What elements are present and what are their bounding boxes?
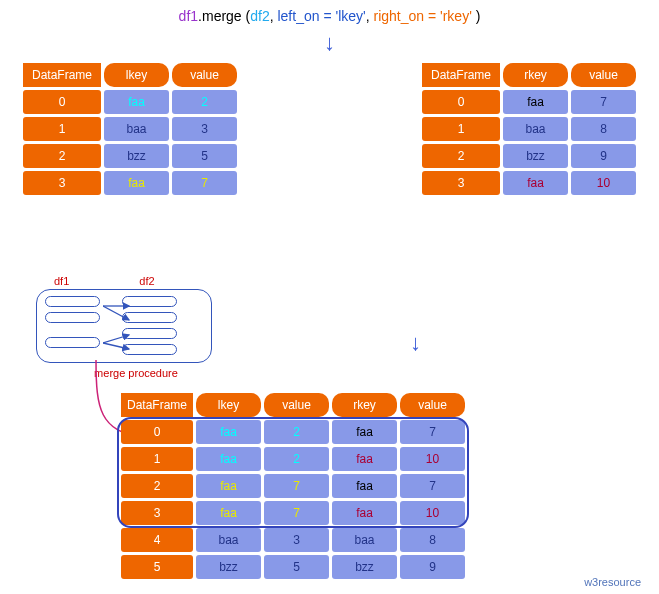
table-cell: faa [196,420,261,444]
table-cell: 10 [400,447,465,471]
table-cell: 7 [264,501,329,525]
svg-line-3 [103,343,129,349]
table-cell: faa [196,447,261,471]
table-cell: faa [332,501,397,525]
table-row-idx: 3 [121,501,193,525]
df2-hdr-value: value [571,63,636,87]
table-cell: faa [196,474,261,498]
df1-hdr-value: value [172,63,237,87]
table-cell: faa [104,171,169,195]
pill [45,312,100,323]
table-cell: faa [104,90,169,114]
res-hdr-lval: value [264,393,329,417]
code-close: ) [472,8,481,24]
code-df1: df1 [179,8,198,24]
table-row-idx: 3 [422,171,500,195]
table-cell: 7 [400,474,465,498]
table-cell: 5 [264,555,329,579]
table-cell: 8 [571,117,636,141]
code-rightarg: right_on = 'rkey' [373,8,471,24]
table-cell: baa [503,117,568,141]
mapping-arrows-icon [103,300,133,355]
table-row-idx: 2 [23,144,101,168]
table-row-idx: 1 [121,447,193,471]
table-cell: 3 [172,117,237,141]
df1-hdr-lkey: lkey [104,63,169,87]
table-cell: baa [196,528,261,552]
pill [45,296,100,307]
table-cell: bzz [104,144,169,168]
table-row-idx: 5 [121,555,193,579]
table-cell: 7 [264,474,329,498]
table-cell: 3 [264,528,329,552]
pill [45,337,100,348]
table-cell: 2 [264,420,329,444]
table-cell: 7 [571,90,636,114]
res-hdr-rkey: rkey [332,393,397,417]
table-cell: 10 [571,171,636,195]
top-tables-row: DataFrame lkey value 0faa21baa32bzz53faa… [20,60,639,198]
table-cell: 7 [172,171,237,195]
df2-hdr-rkey: rkey [503,63,568,87]
table-cell: 2 [264,447,329,471]
df1-table: DataFrame lkey value 0faa21baa32bzz53faa… [20,60,240,198]
table-cell: faa [332,474,397,498]
table-row-idx: 0 [23,90,101,114]
table-cell: 8 [400,528,465,552]
svg-line-1 [103,306,129,320]
table-row-idx: 0 [121,420,193,444]
table-cell: bzz [503,144,568,168]
res-hdr-rval: value [400,393,465,417]
table-cell: faa [503,90,568,114]
table-row-idx: 1 [23,117,101,141]
svg-line-2 [103,335,129,343]
df2-label: DataFrame [422,63,500,87]
table-cell: baa [332,528,397,552]
table-cell: 2 [172,90,237,114]
table-cell: faa [332,420,397,444]
attribution: w3resource [584,576,641,588]
table-row-idx: 4 [121,528,193,552]
table-cell: faa [332,447,397,471]
code-leftarg: left_on = 'lkey' [277,8,365,24]
table-row-idx: 2 [422,144,500,168]
table-cell: 10 [400,501,465,525]
table-row-idx: 0 [422,90,500,114]
code-open: ( [242,8,251,24]
table-row-idx: 1 [422,117,500,141]
table-cell: faa [503,171,568,195]
code-merge: .merge [198,8,242,24]
mp-label-df2: df2 [139,275,154,287]
result-table: DataFrame lkey value rkey value 0faa2faa… [118,390,468,582]
table-cell: 5 [172,144,237,168]
result-wrap: DataFrame lkey value rkey value 0faa2faa… [118,390,468,582]
table-cell: baa [104,117,169,141]
merge-proc-box [36,289,212,363]
mp-label-df1: df1 [54,275,69,287]
arrow-down-2-icon: ↓ [410,330,421,356]
code-signature: df1.merge (df2, left_on = 'lkey', right_… [20,8,639,24]
code-df2: df2 [250,8,269,24]
arrow-down-icon: ↓ [20,32,639,54]
table-cell: 9 [400,555,465,579]
table-cell: 7 [400,420,465,444]
table-cell: bzz [196,555,261,579]
table-cell: faa [196,501,261,525]
df2-table: DataFrame rkey value 0faa71baa82bzz93faa… [419,60,639,198]
table-row-idx: 2 [121,474,193,498]
df1-label: DataFrame [23,63,101,87]
table-cell: bzz [332,555,397,579]
res-label: DataFrame [121,393,193,417]
table-cell: 9 [571,144,636,168]
res-hdr-lkey: lkey [196,393,261,417]
table-row-idx: 3 [23,171,101,195]
